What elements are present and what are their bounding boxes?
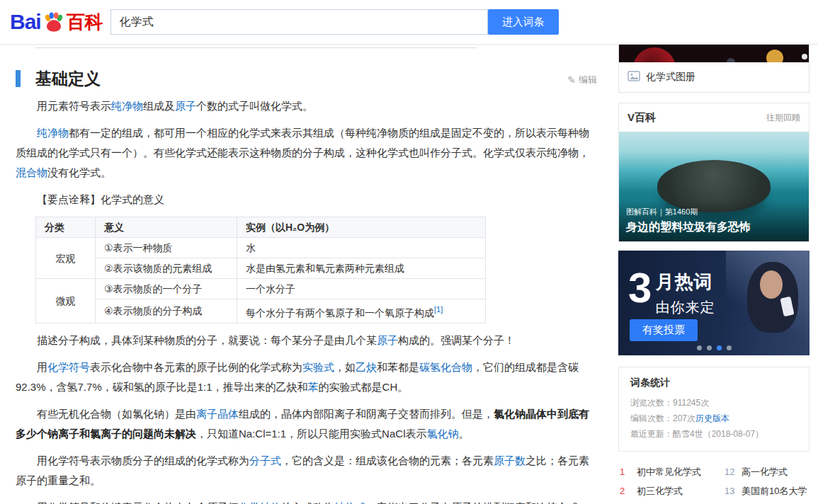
carousel-dot[interactable] [697,345,702,350]
text-run: ，如 [334,361,356,373]
table-category-cell: 宏观 [36,238,96,279]
edit-label: 编辑 [579,74,597,86]
paragraph: 有些无机化合物（如氯化钠）是由离子晶体组成的，晶体内部阳离子和阴离子交替而排列。… [16,404,597,444]
text-run: 的实验式都是CH。 [319,381,409,393]
stats-updated: 最近更新：酷雪4世（2018-08-07） [630,426,797,442]
search-input[interactable] [110,9,488,35]
vbaike-header: V百科 往期回顾 [619,103,809,132]
inline-link[interactable]: 结构式 [334,501,366,504]
inline-link[interactable]: 原子 [175,100,196,112]
text-run: ，只知道Na:Cl=1:1，所以只能用实验式NaCl表示 [196,428,426,440]
inline-link[interactable]: 实验式 [302,361,334,373]
text-run: 描述分子构成，具体到某种物质的分子，就要说：每个某分子是由几个某 [37,334,377,346]
carousel-dot[interactable] [717,345,722,350]
table-cell: 一个水分子 [237,279,486,299]
ad-headline: 月热词 [655,270,715,294]
text-run: 构成的。强调某个分子！ [398,334,515,346]
rank-number: 12 [725,466,736,477]
last-updated: 最近更新：酷雪4世（2018-08-07） [630,429,763,439]
album-image[interactable] [619,45,809,62]
baidu-baike-logo[interactable]: Bai 百科 [10,10,103,35]
divider [35,47,477,48]
rank-label: 初三化学式 [637,485,683,498]
stats-edits: 编辑次数：207次历史版本 [630,411,797,426]
stats-card: 词条统计 浏览次数：911245次 编辑次数：207次历史版本 最近更新：酷雪4… [618,367,810,452]
rank-number: 1 [620,466,631,477]
text-run: 和苯都是 [377,361,419,373]
inline-link[interactable]: 苯 [308,381,319,393]
inline-link[interactable]: 纯净物 [37,127,69,139]
banner-tag: 图解百科｜第1460期 [626,207,802,217]
rank-label: 高一化学式 [742,466,788,479]
text-run: 的方式称为 [281,501,334,504]
article-column: 基础定义 ✎ 编辑 用元素符号表示纯净物组成及原子个数的式子叫做化学式。 纯净物… [16,45,597,504]
inline-link[interactable]: 乙炔 [356,361,377,373]
paragraph: 用化学符号表示物质分子的组成的化学式称为分子式，它的含义是：组成该化合物的元素；… [16,451,597,491]
vbaike-more-link[interactable]: 往期回顾 [766,112,800,124]
text-run: 有些无机化合物（如氯化钠）是由 [37,408,196,420]
banner-overlay: 图解百科｜第1460期 身边的塑料垃圾有多恐怖 [619,201,809,241]
ranking-item[interactable]: 12高一化学式 [725,462,808,481]
ranking-item[interactable]: 2初三化学式 [620,481,725,500]
table-row: 宏观①表示一种物质水 [36,238,486,258]
inline-link[interactable]: 化学符号 [47,361,90,373]
inline-link[interactable]: 原子 [377,334,398,346]
inline-link[interactable]: 混合物 [16,166,47,178]
ad-copy: 3 月热词 由你来定 [628,268,715,317]
carousel-dot[interactable] [727,345,732,350]
table-cell: ③表示物质的一个分子 [96,279,237,299]
album-label-row[interactable]: 化学式图册 [619,62,809,92]
inline-link[interactable]: 化学结构 [239,501,281,504]
table-header-cell: 分类 [36,217,96,238]
baidu-paw-icon [42,11,65,33]
edit-link[interactable]: ✎ 编辑 [567,74,597,86]
table-cell: 水是由氢元素和氧元素两种元素组成 [237,258,486,279]
paragraph: 【要点诠释】化学式的意义 [16,190,597,210]
inline-link[interactable]: 分子式 [249,454,281,466]
reference-link[interactable]: [1] [434,305,443,314]
rank-label: 初中常见化学式 [637,466,701,479]
edit-pencil-icon: ✎ [567,74,576,86]
vbaike-banner[interactable]: 图解百科｜第1460期 身边的塑料垃圾有多恐怖 [619,132,809,241]
table-head-row: 分类意义实例（以H₂O为例） [36,217,486,238]
banner-caption: 身边的塑料垃圾有多恐怖 [626,220,802,235]
text-run: 【要点诠释】化学式的意义 [37,193,164,205]
vbaike-title: V百科 [627,111,656,125]
table-row: ②表示该物质的元素组成水是由氢元素和氧元素两种元素组成 [36,258,486,279]
phone-graphic [780,297,794,317]
vote-button[interactable]: 有奖投票 [630,319,698,341]
inline-link[interactable]: 离子晶体 [196,408,239,420]
ad-banner[interactable]: 3 月热词 由你来定 有奖投票 [618,251,810,355]
history-link[interactable]: 历史版本 [695,413,729,423]
text-run: 组成的，晶体内部阳离子和阴离子交替而排列。但是， [239,408,494,420]
text-run: 用元素符号表示 [37,100,111,112]
album-card[interactable]: 化学式图册 [618,45,810,93]
ad-subline: 由你来定 [655,298,715,317]
table-cell: ①表示一种物质 [96,238,237,258]
inline-link[interactable]: 碳氢化合物 [419,361,472,373]
inline-link[interactable]: 原子数 [494,454,526,466]
text-run: 用化学符号和价键表示化合物中各个原子间 [37,501,239,504]
logo-text-bai: Bai [10,10,41,34]
table-header-cell: 实例（以H₂O为例） [237,217,486,238]
section-marker [16,70,21,87]
text-run: ，它的含义是：组成该化合物的元素；各元素 [281,454,494,466]
carousel-dot[interactable] [707,345,712,350]
ranking-item[interactable]: 13美国前10名大学 [725,481,808,500]
ranking-item[interactable]: 3常见化学式 [620,500,725,504]
text-run: 用化学符号表示物质分子的组成的化学式称为 [37,454,249,466]
inline-link[interactable]: 纯净物 [111,100,143,112]
text-run: 组成及 [143,100,175,112]
logo-text-baike: 百科 [67,10,103,35]
table-header-cell: 意义 [96,217,237,238]
text-run: 表示化合物中各元素的原子比例的化学式称为 [90,361,302,373]
enter-entry-button[interactable]: 进入词条 [488,9,559,35]
inline-link[interactable]: 氯化钠 [426,428,458,440]
ranking-item[interactable]: 14世界大学排名 [725,500,808,504]
ranking-item[interactable]: 1初中常见化学式 [620,462,725,481]
text-run: 用 [37,361,47,373]
table-body: 宏观①表示一种物质水②表示该物质的元素组成水是由氢元素和氧元素两种元素组成微观③… [36,238,486,323]
definition-table: 分类意义实例（以H₂O为例） 宏观①表示一种物质水②表示该物质的元素组成水是由氢… [35,217,486,323]
paragraph: 用元素符号表示纯净物组成及原子个数的式子叫做化学式。 [16,96,597,116]
baike-page: Bai 百科 进入词条 基础定义 ✎ [0,0,818,504]
